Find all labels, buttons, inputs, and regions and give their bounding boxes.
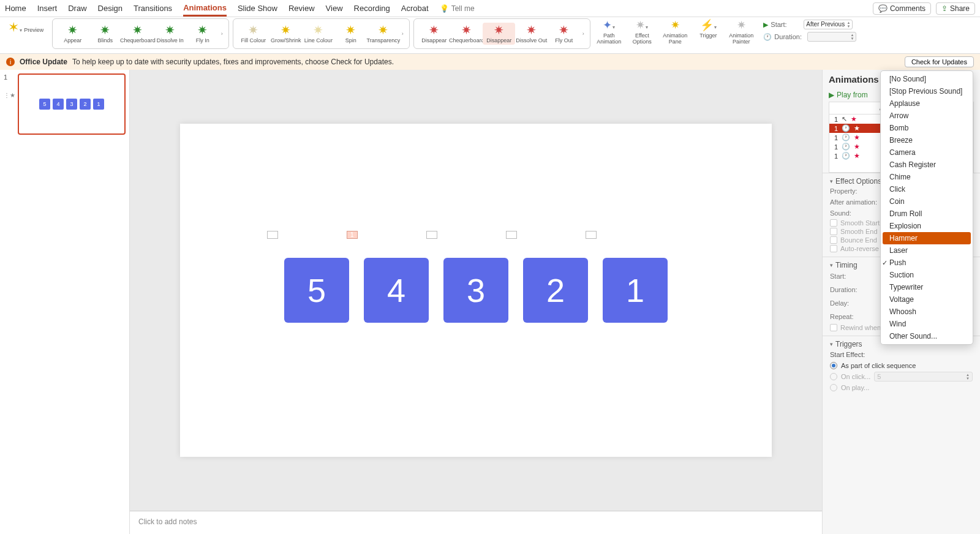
entrance-dissolve[interactable]: ✷Dissolve In	[154, 24, 186, 43]
path-animation[interactable]: ✦▾ PathAnimation	[594, 18, 624, 45]
sound-option[interactable]: Camera	[881, 146, 973, 159]
sound-option[interactable]: Cash Register	[881, 159, 973, 171]
emphasis-spin[interactable]: ✷Spin	[334, 24, 367, 43]
tab-design[interactable]: Design	[98, 1, 123, 15]
emphasis-fillcolour[interactable]: ✷Fill Colour	[237, 24, 270, 43]
sound-option[interactable]: Drum Roll	[881, 208, 973, 220]
checkbox	[830, 236, 837, 244]
tab-slideshow[interactable]: Slide Show	[238, 1, 277, 15]
duration-input[interactable]: ▲▼	[807, 32, 856, 42]
painter-icon: ✷	[737, 18, 746, 32]
label: Effect Options	[835, 177, 881, 186]
emphasis-transp[interactable]: ✷Transparency	[367, 24, 399, 43]
sound-option[interactable]: Arrow	[881, 110, 973, 122]
exit-chequer[interactable]: ✷Chequerboard	[450, 24, 483, 43]
sound-option[interactable]: [No Sound]	[881, 73, 973, 85]
tab-review[interactable]: Review	[288, 1, 315, 15]
slide-canvas-area[interactable]: 15 14 13 12 11	[130, 70, 822, 511]
card-5[interactable]: 15	[284, 258, 349, 323]
duration-clock-icon: 🕐	[763, 33, 772, 41]
sound-option[interactable]: Explosion	[881, 220, 973, 232]
tab-home[interactable]: Home	[5, 1, 26, 15]
sound-option[interactable]: Hammer	[883, 232, 971, 244]
exit-dissolve[interactable]: ✷Dissolve Out	[515, 24, 548, 43]
emphasis-more[interactable]: ›	[399, 31, 405, 37]
sound-option[interactable]: [Stop Previous Sound]	[881, 85, 973, 97]
share-button[interactable]: ⇪ Share	[936, 2, 975, 15]
tab-view[interactable]: View	[326, 1, 343, 15]
sound-option[interactable]: Wind	[881, 318, 973, 330]
animation-painter[interactable]: ✷ AnimationPainter	[726, 18, 756, 45]
anim-tag[interactable]: 1	[506, 231, 517, 239]
sound-option[interactable]: Laser	[881, 244, 973, 257]
effect-options[interactable]: ✷▾ EffectOptions	[627, 18, 657, 45]
star-icon: ✷	[378, 24, 388, 36]
play-icon: ▶	[829, 91, 834, 99]
start-play-icon: ▶	[763, 21, 768, 29]
label: As part of click sequence	[841, 362, 916, 369]
entrance-blinds[interactable]: ✷Blinds	[89, 24, 121, 43]
preview-group[interactable]: ✶▾ Preview	[3, 18, 48, 37]
sound-option[interactable]: Coin	[881, 195, 973, 208]
card-2[interactable]: 12	[523, 258, 588, 323]
slide-thumbnail-1[interactable]: 5 4 3 2 1	[18, 73, 126, 135]
sound-option[interactable]: Whoosh	[881, 306, 973, 318]
sound-option[interactable]: Typewriter	[881, 281, 973, 293]
card-3[interactable]: 13	[443, 258, 508, 323]
radio	[830, 362, 837, 369]
tab-recording[interactable]: Recording	[354, 1, 390, 15]
exit-disappear-1[interactable]: ✷Disappear	[418, 24, 450, 43]
label: PathAnimation	[597, 33, 621, 45]
exit-more[interactable]: ›	[580, 31, 586, 37]
anim-tag[interactable]: 1	[586, 231, 597, 239]
entrance-more[interactable]: ›	[219, 31, 225, 37]
sound-option[interactable]: Click	[881, 183, 973, 195]
sound-option[interactable]: Bomb	[881, 122, 973, 134]
sound-option[interactable]: Voltage	[881, 293, 973, 306]
sound-option[interactable]: Applause	[881, 97, 973, 110]
card-1[interactable]: 11	[603, 258, 668, 323]
sound-option[interactable]: Breeze	[881, 134, 973, 146]
tab-transitions[interactable]: Transitions	[134, 1, 172, 15]
sound-option[interactable]: Push	[881, 257, 973, 269]
onclick-select[interactable]: 5▲▼	[874, 372, 973, 382]
entrance-flyin[interactable]: ✷Fly In	[186, 24, 219, 43]
thumb-number: 1	[4, 73, 10, 81]
anim-tag[interactable]: 1	[267, 231, 278, 239]
start-select[interactable]: After Previous ▲▼	[804, 20, 853, 29]
card-4[interactable]: 14	[364, 258, 429, 323]
emphasis-grow[interactable]: ✷Grow/Shrink	[270, 24, 302, 43]
trigger[interactable]: ⚡▾ Trigger	[693, 18, 723, 39]
tab-insert[interactable]: Insert	[37, 1, 58, 15]
tab-draw[interactable]: Draw	[68, 1, 86, 15]
num: 1	[834, 134, 838, 141]
sound-option[interactable]: Chime	[881, 171, 973, 183]
animation-pane[interactable]: ✷ AnimationPane	[660, 18, 690, 45]
clock-icon: 🕐	[842, 124, 850, 132]
star-icon: ✷	[132, 24, 143, 36]
star-icon: ★	[854, 124, 860, 132]
tab-acrobat[interactable]: Acrobat	[401, 1, 429, 15]
checkbox	[830, 219, 837, 227]
sound-option[interactable]: Other Sound...	[881, 330, 973, 342]
anim-tag[interactable]: 1	[426, 231, 437, 239]
notes-area[interactable]: Click to add notes	[130, 511, 822, 534]
exit-disappear-2[interactable]: ✷Disappear	[483, 23, 515, 45]
exit-flyout[interactable]: ✷Fly Out	[548, 24, 580, 43]
tell-me[interactable]: 💡 Tell me	[440, 4, 475, 13]
trigger-option-2[interactable]: On click...5▲▼	[830, 370, 973, 383]
preview-star-icon: ✶▾	[8, 20, 22, 35]
emphasis-linecolour[interactable]: ✷Line Colour	[302, 24, 334, 43]
entrance-appear[interactable]: ✷Appear	[56, 24, 89, 43]
label: AnimationPainter	[729, 33, 753, 45]
check-updates-button[interactable]: Check for Updates	[905, 56, 974, 67]
trigger-option-1[interactable]: As part of click sequence	[830, 361, 973, 370]
comments-button[interactable]: 💬 Comments	[873, 2, 931, 15]
entrance-gallery: ✷Appear ✷Blinds ✷Chequerboard ✷Dissolve …	[52, 18, 229, 49]
entrance-chequer[interactable]: ✷Chequerboard	[121, 24, 154, 43]
tab-animations[interactable]: Animations	[183, 1, 227, 17]
trigger-option-3[interactable]: On play...	[830, 383, 973, 393]
sound-option[interactable]: Suction	[881, 269, 973, 281]
anim-tag[interactable]: 1	[347, 231, 358, 239]
share-icon: ⇪	[941, 4, 948, 13]
